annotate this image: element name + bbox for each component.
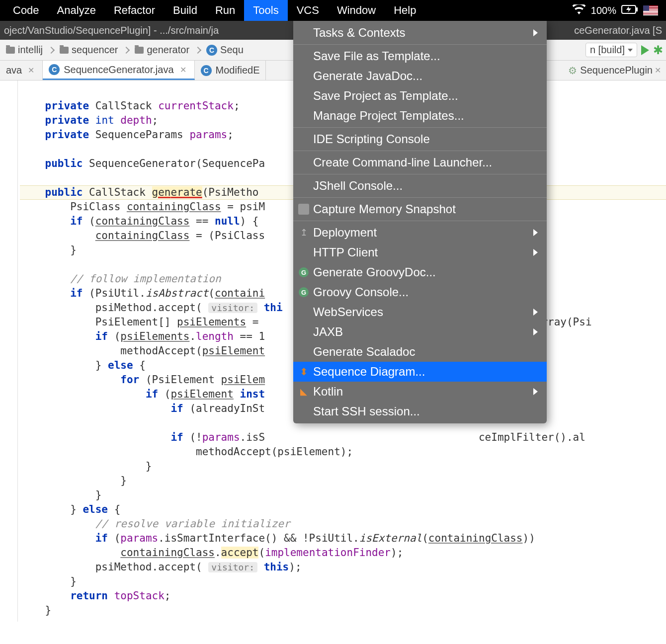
menu-webservices[interactable]: WebServices [293,302,547,322]
svg-rect-1 [636,7,638,11]
menu-generate-javadoc[interactable]: Generate JavaDoc... [293,66,547,86]
menu-refactor[interactable]: Refactor [105,0,164,21]
chevron-right-icon [123,46,130,53]
tab-modified[interactable]: C ModifiedE [195,61,266,80]
menu-manage-project-templates[interactable]: Manage Project Templates... [293,106,547,126]
menu-separator [293,127,547,128]
tools-dropdown: Tasks & Contexts Save File as Template..… [293,21,547,423]
folder-icon [60,47,69,54]
menu-sequence-diagram[interactable]: Sequence Diagram... [293,362,547,382]
menu-window[interactable]: Window [328,0,385,21]
title-left: oject/VanStudio/SequencePlugin] - .../sr… [4,25,219,36]
close-icon[interactable]: ✕ [26,66,36,75]
menu-cmdline-launcher[interactable]: Create Command-line Launcher... [293,153,547,172]
tab-sequence-plugin[interactable]: ⚙ SequencePlugin ✕ [568,61,666,80]
class-icon: C [49,64,60,75]
folder-icon [6,47,15,54]
debug-button[interactable]: ✱ [653,43,663,57]
camera-icon [298,204,309,215]
breadcrumb-sequencer[interactable]: sequencer [57,44,121,56]
plugin-icon: ⚙ [568,65,577,77]
run-button[interactable] [641,45,649,55]
menu-vcs[interactable]: VCS [288,0,328,21]
menu-http-client[interactable]: HTTP Client [293,242,547,262]
submenu-arrow-icon [533,249,538,256]
submenu-arrow-icon [533,29,538,36]
menu-separator [293,44,547,45]
run-config-selector[interactable]: n [build] [585,43,637,57]
menu-deployment[interactable]: Deployment [293,223,547,242]
menu-analyze[interactable]: Analyze [48,0,105,21]
breadcrumb-intellij[interactable]: intellij [3,44,46,56]
menu-save-file-template[interactable]: Save File as Template... [293,46,547,66]
groovy-icon: G [299,287,309,297]
battery-percent: 100% [591,5,616,16]
close-icon[interactable]: ✕ [178,65,188,75]
title-right: ceGenerator.java [S [574,25,662,36]
menu-groovy-console[interactable]: G Groovy Console... [293,282,547,302]
menu-code[interactable]: Code [4,0,48,21]
tab-sequence-generator[interactable]: C SequenceGenerator.java ✕ [43,61,194,80]
breadcrumb-generator[interactable]: generator [132,44,192,56]
menu-separator [293,221,547,221]
menu-help[interactable]: Help [385,0,425,21]
menu-run[interactable]: Run [206,0,244,21]
menu-tools[interactable]: Tools [244,0,287,21]
menu-separator [293,174,547,174]
menu-separator [293,197,547,198]
upload-icon [298,227,309,238]
chevron-down-icon [628,49,633,52]
menu-kotlin[interactable]: Kotlin [293,382,547,402]
tab-partial-left[interactable]: ava ✕ [0,61,43,80]
submenu-arrow-icon [533,328,538,335]
breadcrumb-class[interactable]: C Sequ [203,44,247,56]
close-icon[interactable]: ✕ [653,66,663,75]
menu-build[interactable]: Build [164,0,206,21]
kotlin-icon [298,386,309,397]
folder-icon [135,47,144,54]
menu-tasks-contexts[interactable]: Tasks & Contexts [293,23,547,43]
menu-capture-memory[interactable]: Capture Memory Snapshot [293,199,547,219]
menu-jaxb[interactable]: JAXB [293,322,547,342]
menu-ide-scripting[interactable]: IDE Scripting Console [293,129,547,149]
submenu-arrow-icon [533,309,538,316]
status-tray: 100% [572,4,662,17]
chevron-right-icon [194,46,201,53]
chevron-right-icon [48,46,55,53]
gutter [0,80,18,622]
menu-generate-groovydoc[interactable]: G Generate GroovyDoc... [293,262,547,282]
class-icon: C [206,45,217,56]
menu-save-project-template[interactable]: Save Project as Template... [293,86,547,106]
flag-icon[interactable] [643,5,658,15]
wifi-icon [572,4,586,17]
groovy-icon: G [299,267,309,277]
sequence-icon [298,366,309,377]
submenu-arrow-icon [533,229,538,236]
class-icon: C [201,65,212,76]
menu-generate-scaladoc[interactable]: Generate Scaladoc [293,342,547,362]
submenu-arrow-icon [533,388,538,395]
menu-ssh-session[interactable]: Start SSH session... [293,402,547,421]
battery-icon [621,5,638,16]
menu-separator [293,151,547,151]
run-config-label: n [build] [590,44,625,56]
menu-jshell-console[interactable]: JShell Console... [293,176,547,196]
menu-bar: Code Analyze Refactor Build Run Tools VC… [0,0,666,21]
